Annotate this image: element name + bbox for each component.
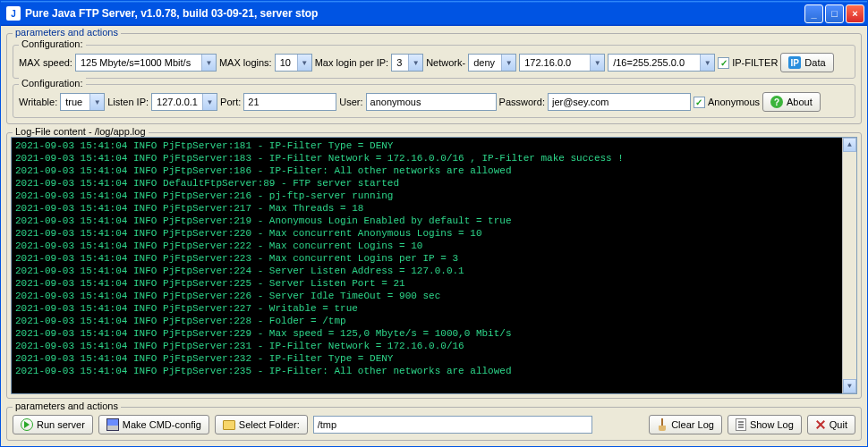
log-line: 2021-09-03 15:41:04 INFO PjFtpServer:217… <box>15 202 853 215</box>
log-line: 2021-09-03 15:41:04 INFO PjFtpServer:181… <box>15 139 853 152</box>
network-mask-select[interactable]: /16=255.255.0.0 ▼ <box>608 54 715 72</box>
listen-ip-label: Listen IP: <box>107 97 149 107</box>
main-window: J Pure Java FTP Server, v1.0.78, build 0… <box>0 0 868 447</box>
user-input[interactable] <box>366 93 497 111</box>
play-icon <box>21 418 33 431</box>
log-line: 2021-09-03 15:41:04 INFO PjFtpServer:227… <box>15 302 853 315</box>
chevron-down-icon: ▼ <box>501 55 515 71</box>
log-line: 2021-09-03 15:41:04 INFO PjFtpServer:232… <box>15 352 853 365</box>
log-line: 2021-09-03 15:41:04 INFO PjFtpServer:225… <box>15 277 853 290</box>
chevron-down-icon: ▼ <box>408 55 422 71</box>
chevron-down-icon: ▼ <box>202 94 217 110</box>
log-line: 2021-09-03 15:41:04 INFO PjFtpServer:228… <box>15 315 853 327</box>
titlebar[interactable]: J Pure Java FTP Server, v1.0.78, build 0… <box>1 1 867 26</box>
log-line: 2021-09-03 15:41:04 INFO PjFtpServer:224… <box>15 265 853 277</box>
network-ip-select[interactable]: 172.16.0.0 ▼ <box>519 54 605 72</box>
maximize-button[interactable]: □ <box>825 4 844 23</box>
writable-label: Writable: <box>19 97 57 107</box>
log-line: 2021-09-03 15:41:04 INFO PjFtpServer:222… <box>15 240 853 252</box>
log-line: 2021-09-03 15:41:04 INFO PjFtpServer:226… <box>15 290 853 302</box>
network-label: Network- <box>426 57 465 68</box>
ip-filter-checkbox[interactable]: ✓ IP-FILTER <box>718 57 778 69</box>
password-input[interactable] <box>548 93 691 111</box>
log-group: Log-File content - /log/app.log 2021-09-… <box>6 132 862 399</box>
log-line: 2021-09-03 15:41:04 INFO DefaultFtpServe… <box>15 177 853 190</box>
log-line: 2021-09-03 15:41:04 INFO PjFtpServer:216… <box>15 190 853 202</box>
max-logins-select[interactable]: 10 ▼ <box>275 54 312 72</box>
run-server-button[interactable]: Run server <box>13 415 93 434</box>
bottom-group: parameters and actions Run server Make C… <box>6 407 862 441</box>
parameters-legend: parameters and actions <box>13 27 121 38</box>
disk-icon <box>106 418 119 431</box>
bottom-legend: parameters and actions <box>13 401 121 411</box>
config1-legend: Configuration: <box>19 38 86 49</box>
log-legend: Log-File content - /log/app.log <box>13 126 149 137</box>
folder-input[interactable] <box>313 416 592 434</box>
scroll-down-icon[interactable]: ▼ <box>843 379 856 393</box>
chevron-down-icon: ▼ <box>590 55 604 71</box>
config1-group: Configuration: MAX speed: 125 Mbyte/s=10… <box>13 45 855 79</box>
question-icon: ? <box>770 96 783 108</box>
writable-select[interactable]: true ▼ <box>60 93 105 111</box>
log-line: 2021-09-03 15:41:04 INFO PjFtpServer:183… <box>15 152 853 164</box>
checkbox-icon: ✓ <box>718 57 729 69</box>
user-label: User: <box>339 97 362 107</box>
config2-group: Configuration: Writable: true ▼ Listen I… <box>13 84 855 118</box>
max-login-per-ip-label: Max login per IP: <box>315 57 389 68</box>
log-line: 2021-09-03 15:41:04 INFO PjFtpServer:219… <box>15 215 853 227</box>
max-speed-label: MAX speed: <box>19 57 72 68</box>
network-mode-select[interactable]: deny ▼ <box>468 54 516 72</box>
checkbox-icon: ✓ <box>694 97 705 108</box>
exit-icon <box>815 419 826 430</box>
password-label: Password: <box>499 97 545 107</box>
log-line: 2021-09-03 15:41:04 INFO PjFtpServer:231… <box>15 340 853 352</box>
chevron-down-icon: ▼ <box>700 55 714 71</box>
log-line: 2021-09-03 15:41:04 INFO PjFtpServer:229… <box>15 327 853 340</box>
select-folder-button[interactable]: Select Folder: <box>215 415 308 434</box>
max-login-per-ip-select[interactable]: 3 ▼ <box>391 54 423 72</box>
config2-legend: Configuration: <box>19 78 86 89</box>
quit-button[interactable]: Quit <box>807 415 855 434</box>
app-icon: J <box>6 6 21 21</box>
log-line: 2021-09-03 15:41:04 INFO PjFtpServer:220… <box>15 227 853 240</box>
scroll-up-icon[interactable]: ▲ <box>843 138 856 152</box>
make-cmd-config-button[interactable]: Make CMD-config <box>98 415 209 434</box>
log-textarea[interactable]: 2021-09-03 15:41:04 INFO PjFtpServer:181… <box>11 137 857 394</box>
minimize-button[interactable]: _ <box>804 4 823 23</box>
max-logins-label: MAX logins: <box>219 57 272 68</box>
max-speed-select[interactable]: 125 Mbyte/s=1000 Mbit/s ▼ <box>75 54 217 72</box>
close-button[interactable]: × <box>846 4 864 23</box>
clear-log-button[interactable]: Clear Log <box>649 415 722 434</box>
ip-filter-label: IP-FILTER <box>732 57 778 68</box>
folder-icon <box>223 420 235 430</box>
document-icon <box>736 418 746 431</box>
scrollbar[interactable]: ▲ ▼ <box>842 138 856 393</box>
window-title: Pure Java FTP Server, v1.0.78, build 03-… <box>25 7 804 20</box>
chevron-down-icon: ▼ <box>201 55 216 71</box>
listen-ip-select[interactable]: 127.0.0.1 ▼ <box>151 93 217 111</box>
port-input[interactable] <box>243 93 336 111</box>
log-line: 2021-09-03 15:41:04 INFO PjFtpServer:186… <box>15 164 853 177</box>
parameters-group: parameters and actions Configuration: MA… <box>6 33 862 124</box>
ip-icon: IP <box>788 56 801 69</box>
log-line: 2021-09-03 15:41:04 INFO PjFtpServer:223… <box>15 252 853 265</box>
chevron-down-icon: ▼ <box>297 55 311 71</box>
show-log-button[interactable]: Show Log <box>728 415 802 434</box>
broom-icon <box>657 418 668 431</box>
chevron-down-icon: ▼ <box>89 94 104 110</box>
about-button[interactable]: ? About <box>762 92 821 112</box>
port-label: Port: <box>220 97 241 107</box>
anonymous-checkbox[interactable]: ✓ Anonymous <box>694 97 760 108</box>
data-button[interactable]: IP Data <box>780 53 833 72</box>
anonymous-label: Anonymous <box>708 97 760 107</box>
log-line: 2021-09-03 15:41:04 INFO PjFtpServer:235… <box>15 365 853 377</box>
